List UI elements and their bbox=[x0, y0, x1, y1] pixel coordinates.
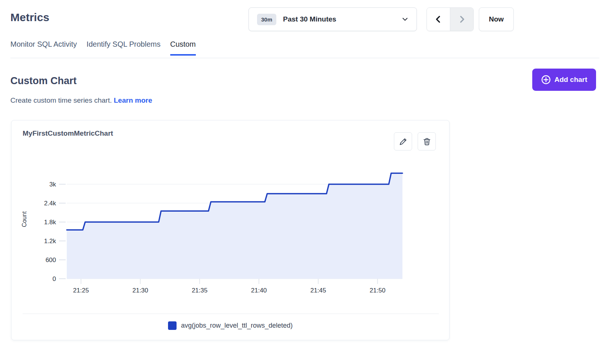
metrics-tabs: Monitor SQL Activity Identify SQL Proble… bbox=[10, 40, 196, 56]
svg-text:21:45: 21:45 bbox=[310, 287, 326, 294]
card-divider bbox=[23, 314, 439, 314]
svg-text:21:40: 21:40 bbox=[251, 287, 267, 294]
custom-chart-card: MyFirstCustomMetricChart 06001.2k1.8k2.4… bbox=[11, 120, 450, 340]
page-title: Metrics bbox=[10, 11, 49, 24]
svg-text:21:35: 21:35 bbox=[192, 287, 208, 294]
add-chart-label: Add chart bbox=[555, 76, 588, 84]
time-nav-group bbox=[427, 7, 474, 31]
next-interval-button[interactable] bbox=[450, 8, 474, 31]
previous-interval-button[interactable] bbox=[427, 8, 450, 31]
time-range-badge: 30m bbox=[257, 14, 276, 25]
svg-text:Count: Count bbox=[21, 211, 27, 227]
chevron-down-icon bbox=[402, 16, 408, 23]
svg-text:1.2k: 1.2k bbox=[44, 238, 56, 245]
learn-more-link[interactable]: Learn more bbox=[114, 96, 152, 104]
chevron-left-icon bbox=[434, 15, 442, 23]
tab-identify-sql-problems[interactable]: Identify SQL Problems bbox=[86, 40, 160, 56]
tab-custom[interactable]: Custom bbox=[170, 40, 196, 56]
svg-text:600: 600 bbox=[46, 257, 56, 264]
section-subtitle: Create custom time series chart. Learn m… bbox=[10, 96, 152, 105]
svg-text:3k: 3k bbox=[49, 181, 56, 188]
now-button[interactable]: Now bbox=[479, 7, 514, 31]
chevron-right-icon bbox=[458, 15, 466, 23]
svg-text:0: 0 bbox=[53, 275, 56, 282]
tab-monitor-sql-activity[interactable]: Monitor SQL Activity bbox=[10, 40, 77, 56]
svg-text:1.8k: 1.8k bbox=[44, 219, 56, 226]
chart-legend: avg(jobs_row_level_ttl_rows_deleted) bbox=[11, 321, 449, 330]
svg-text:21:50: 21:50 bbox=[370, 287, 386, 294]
section-heading: Custom Chart bbox=[10, 75, 77, 87]
svg-text:21:25: 21:25 bbox=[73, 287, 89, 294]
legend-swatch bbox=[168, 321, 177, 330]
legend-series-label: avg(jobs_row_level_ttl_rows_deleted) bbox=[181, 322, 293, 330]
subtitle-text: Create custom time series chart. bbox=[10, 96, 112, 104]
time-range-label: Past 30 Minutes bbox=[283, 15, 402, 23]
add-chart-button[interactable]: Add chart bbox=[532, 69, 596, 91]
custom-metric-chart: 06001.2k1.8k2.4k3k21:2521:3021:3521:4021… bbox=[11, 120, 450, 306]
time-range-dropdown[interactable]: 30m Past 30 Minutes bbox=[249, 7, 417, 31]
plus-circle-icon bbox=[541, 75, 551, 85]
svg-text:2.4k: 2.4k bbox=[44, 200, 56, 207]
tabs-divider bbox=[10, 58, 599, 58]
svg-text:21:30: 21:30 bbox=[132, 287, 148, 294]
